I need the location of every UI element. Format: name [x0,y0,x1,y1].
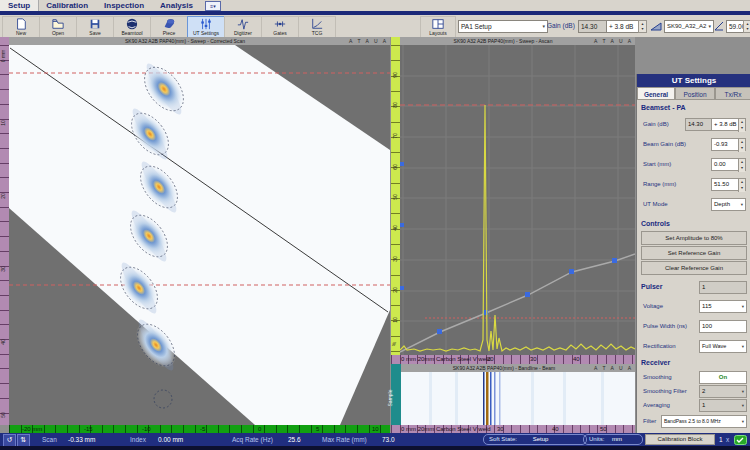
smoothing-toggle[interactable]: On [699,371,747,384]
layouts-grid-icon [432,18,444,30]
calibration-block-button[interactable]: Calibration Block [645,434,715,445]
probe-value: SK90_A32_A2 [667,23,706,29]
ruler-label: 90 [392,72,398,78]
strip-side-label: Sample [387,390,393,407]
connection-status-icon[interactable] [734,435,747,445]
ut-settings-button[interactable]: UT Settings [187,16,225,38]
menu-setup[interactable]: Setup [0,0,38,11]
smoothing-filter-select[interactable]: 2▾ [699,385,747,398]
sscan-canvas[interactable] [9,45,390,425]
pulser-index-field[interactable]: 1 [699,281,747,294]
ascan-depth-axis-ruler[interactable]: 0 mm 20mm Carbon Steel V weld 20 30 40 [391,355,635,364]
ruler-label: 20 [392,287,398,293]
menu-inspection[interactable]: Inspection [96,0,152,11]
angle-icon [714,21,724,31]
index-label: Index [130,436,146,443]
controls-heading: Controls [641,220,670,227]
ruler-label: -10 [142,426,151,432]
soft-state-indicator[interactable]: Soft State: Setup [483,434,587,445]
value: 115 [702,303,712,309]
open-button[interactable]: Open [39,16,77,38]
pulse-width-label: Pulse Width (ns) [643,320,687,332]
spinner[interactable]: ▴▾ [738,179,745,192]
units-indicator[interactable]: Units: mm [583,434,643,445]
tab-position[interactable]: Position [675,87,715,100]
layout-preset-combobox[interactable]: PA1 Setup▾ [458,20,548,33]
piece-button[interactable]: Piece [150,16,188,38]
chevron-down-icon: ▾ [542,21,545,32]
spinner[interactable]: ▴▾ [738,119,745,132]
ascan-amplitude-ruler[interactable]: 90 80 70 60 50 40 30 20 10 % [391,45,400,355]
gain-offset-field[interactable]: + 3.8 dB▴▾ [711,118,746,131]
range-field[interactable]: 51.50▴▾ [711,178,746,191]
pulse-width-field[interactable]: 100 [699,320,747,333]
smoothing-label: Smoothing [643,371,672,383]
ut-mode-select[interactable]: Depth▾ [711,198,746,211]
scan-value: -0.33 mm [68,436,95,443]
tcg-curve[interactable] [400,254,635,352]
sscan-scan-axis-ruler[interactable]: -20 mm -15 -10 -5 0 5 10 [9,425,390,433]
new-button[interactable]: New [2,16,40,38]
strip-indication-line [499,372,501,425]
ruler-label: 80 [392,102,398,108]
menu-analysis[interactable]: Analysis [152,0,201,11]
angle-spinner[interactable]: ▴▾ [743,20,750,33]
ruler-label: 10 [392,317,398,323]
open-folder-icon [52,18,64,30]
strip-axis-ruler[interactable]: 0 mm 20mm Carbon Steel V weld 30 40 50 [391,425,635,433]
filter-select[interactable]: BandPass 2.5 to 8.0 MHz▾ [661,415,747,428]
ascan-trace [400,105,635,351]
strip-side-axis[interactable]: Sample [391,372,401,425]
ascan-view-header-icons[interactable]: A T A U A [594,38,633,44]
spinner[interactable]: ▴▾ [738,159,745,172]
sscan-view-header-icons[interactable]: A T A U A [349,38,388,44]
gates-button[interactable]: Gates [261,16,299,38]
acq-rate-label: Acq Rate (Hz) [232,436,273,443]
averaging-select[interactable]: 1▾ [699,399,747,412]
strip-canvas[interactable] [401,372,635,425]
digitizer-button[interactable]: Digitizer [224,16,262,38]
workspace: SK90 A32 A2B PAP40(mm) - Sweep - Correct… [0,37,750,433]
beamtool-button[interactable]: Beamtool [113,16,151,38]
tab-general[interactable]: General [637,87,675,100]
beam-gain-field[interactable]: -0.93▴▾ [711,138,746,151]
set-reference-gain-button[interactable]: Set Reference Gain [641,246,747,260]
ruler-label: 10 [372,426,379,432]
ut-settings-panel: UT Settings General Position Tx/Rx Beams… [636,74,750,450]
gain-offset-box[interactable]: + 3.8 dB [606,20,642,33]
save-button[interactable]: Save [76,16,114,38]
beam-gain-label: Beam Gain (dB) [643,138,686,150]
tcg-button[interactable]: TCG [298,16,336,38]
strip-cursor-line[interactable] [486,372,489,425]
gain-field-value[interactable]: 14.30 [685,118,713,131]
menu-calibration[interactable]: Calibration [38,0,96,11]
panel-title: UT Settings [637,74,750,87]
spinner[interactable]: ▴▾ [738,139,745,152]
voltage-select[interactable]: 115▾ [699,300,747,313]
gain-value-box[interactable]: 14.30 [578,20,608,33]
strip-view-header-icons[interactable]: A T A U A [594,365,633,371]
start-field[interactable]: 0.00▴▾ [711,158,746,171]
gain-value: 14.30 [581,23,597,30]
units-value: mm [612,436,622,442]
ruler-label: 50 [0,412,6,418]
set-amplitude-button[interactable]: Set Amplitude to 80% [641,231,747,245]
value: On [719,374,727,380]
value: 14.30 [688,121,703,127]
ascan-ruler-corner [391,37,400,45]
ruler-label: 40 [552,426,559,432]
ascan-canvas[interactable] [400,45,635,355]
soft-state-label: Soft State: [489,436,517,442]
clear-reference-gain-button[interactable]: Clear Reference Gain [641,261,747,275]
gates-button-label: Gates [273,30,286,36]
probe-combobox[interactable]: SK90_A32_A2▾ [664,20,714,33]
menu-windows-icon[interactable]: ≡▾ [205,1,221,11]
gates-icon [274,18,286,30]
tab-txrx[interactable]: Tx/Rx [715,87,750,100]
layouts-button[interactable]: Layouts [420,16,456,38]
ruler-label: 40 [392,225,398,231]
rectification-select[interactable]: Full Wave▾ [699,340,747,353]
sscan-depth-ruler[interactable]: 0 mm 10 20 30 40 50 [0,45,9,425]
gain-spinner[interactable]: ▴▾ [638,20,647,33]
ruler-label: 30 [0,266,6,272]
